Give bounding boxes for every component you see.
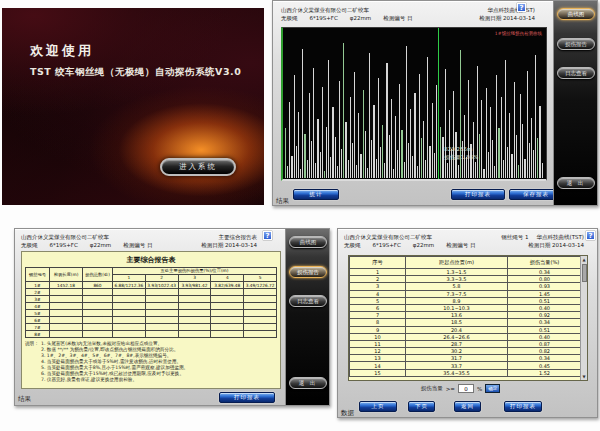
- col-damage-span: 五处主要损伤的损伤量(%)/位置(m): [113, 268, 277, 275]
- data-table-row: 818.50.34: [350, 319, 582, 326]
- chart-bar: [401, 130, 402, 179]
- chart-bar: [324, 171, 325, 178]
- next-page-button[interactable]: 下页: [408, 401, 435, 412]
- chart-bar: [520, 94, 521, 178]
- enter-system-button[interactable]: 进入系统: [160, 158, 236, 176]
- rope-type: 无极绳: [281, 14, 298, 22]
- data-table-row: 713.60.92: [350, 312, 582, 319]
- exit-button[interactable]: 退 出: [557, 177, 595, 189]
- sidebar-item-log-view[interactable]: 日志查看: [289, 295, 327, 307]
- scroll-down-icon[interactable]: ▼: [582, 373, 585, 380]
- chart-bar: [537, 138, 538, 178]
- report-window-header: 山西介休义棠煤业有限公司二矿绞车 主要综合报告表 无极绳 6*19S+FC φ2…: [21, 233, 257, 249]
- chart-bar: [458, 165, 459, 178]
- sidebar-item-curve[interactable]: 曲线图: [289, 236, 327, 248]
- table-scrollbar[interactable]: ▲ ▼: [580, 256, 587, 380]
- subcol-3: 3: [178, 275, 211, 282]
- chart-bar: [339, 81, 340, 178]
- chart-bar: [389, 135, 390, 178]
- chart-bar: [529, 143, 530, 178]
- chart-bar: [369, 53, 370, 178]
- chart-bar: [330, 157, 331, 178]
- chart-bar: [522, 124, 523, 178]
- chart-bar: [382, 125, 383, 178]
- splash-screen: 欢迎使用 TST 绞车钢丝绳（无极绳）自动探伤系统V3.0 进入系统: [2, 8, 264, 205]
- chart-bar: [358, 113, 359, 178]
- report-table-row: 7#: [26, 324, 277, 331]
- chart-bar: [311, 141, 312, 178]
- damage-data-area: 序号 距起点位置(m) 损伤当量(%) 11.3~1.50.3423.3~3.5…: [348, 255, 588, 381]
- sidebar-item-damage-report[interactable]: 损伤报告: [557, 38, 595, 50]
- chart-bar: [328, 60, 329, 178]
- data-window-header: 山西介休义棠煤业有限公司二矿绞车 钢丝绳号 1 华点科技曲线(TST) 无极绳 …: [344, 233, 584, 249]
- data-window: 山西介休义棠煤业有限公司二矿绞车 钢丝绳号 1 华点科技曲线(TST) 无极绳 …: [337, 228, 598, 418]
- prev-page-button[interactable]: 上页: [359, 401, 397, 412]
- chart-bar: [479, 134, 480, 178]
- report-table-row: 3#: [26, 296, 277, 303]
- chart-bar: [404, 162, 405, 178]
- chart-title-label: 1#钢丝绳损伤检测曲线: [495, 31, 542, 36]
- chart-bar: [300, 169, 301, 178]
- record-no: 检测编号 日: [123, 241, 152, 249]
- help-icon[interactable]: ?: [263, 231, 272, 240]
- data-table-row: 1433.70.45: [350, 362, 582, 369]
- chart-bar: [518, 165, 519, 178]
- print-report-button[interactable]: 打印报表: [219, 392, 275, 403]
- chart-bar: [341, 149, 342, 178]
- scrollbar-thumb[interactable]: [582, 264, 587, 282]
- report-table-row: 6#: [26, 317, 277, 324]
- chart-bar: [343, 43, 344, 178]
- cursor-value: 损伤量1.86%: [444, 154, 478, 162]
- damage-threshold-input[interactable]: [458, 384, 474, 393]
- subcol-1: 1: [113, 275, 146, 282]
- chart-bar: [535, 55, 536, 178]
- chart-bar: [380, 147, 381, 178]
- chart-bar: [539, 106, 540, 178]
- filter-apply-button[interactable]: 确定: [485, 384, 500, 393]
- chart-bar: [414, 93, 415, 178]
- data-table-row: 58.90.51: [350, 297, 582, 304]
- print-report-button[interactable]: 打印报表: [504, 401, 542, 412]
- chart-bar: [307, 160, 308, 178]
- print-report-button[interactable]: 打印报表: [451, 189, 505, 200]
- report-table: 钢丝绳号 检测长度(m) 损伤总数(处) 五处主要损伤的损伤量(%)/位置(m)…: [25, 267, 277, 338]
- chart-bar: [406, 46, 407, 178]
- chart-bar: [505, 60, 506, 178]
- chart-bar: [365, 131, 366, 178]
- report-sheet: 主要综合报告表 钢丝绳号 检测长度(m) 损伤总数(处) 五处主要损伤的损伤量(…: [21, 251, 281, 389]
- chart-cursor[interactable]: [438, 28, 439, 179]
- data-table-row: 47.3~7.51.45: [350, 290, 582, 297]
- back-button[interactable]: 返回: [454, 401, 481, 412]
- chart-bar: [417, 166, 418, 178]
- chart-bar: [332, 107, 333, 178]
- data-table-row: 35.80.93: [350, 283, 582, 290]
- chart-bar: [514, 82, 515, 178]
- chart-bar: [298, 112, 299, 178]
- record-no: 检测编号 日: [383, 14, 412, 22]
- report-table-row: 2#: [26, 289, 277, 296]
- chart-bar: [320, 152, 321, 178]
- chart-bar: [345, 122, 346, 178]
- chart-bar: [486, 88, 487, 178]
- chart-bar: [475, 162, 476, 178]
- data-table-row: 1128.70.87: [350, 340, 582, 347]
- exit-button[interactable]: 退 出: [289, 377, 327, 389]
- sidebar-item-curve[interactable]: 曲线图: [557, 8, 595, 20]
- help-icon[interactable]: ?: [517, 3, 526, 12]
- chart-bar: [410, 109, 411, 178]
- chart-bar: [494, 166, 495, 178]
- chart-bar: [542, 163, 543, 178]
- report-table-row: 4#: [26, 303, 277, 310]
- chart-bar: [354, 72, 355, 178]
- help-icon[interactable]: ?: [586, 231, 595, 240]
- scroll-up-icon[interactable]: ▲: [582, 256, 585, 263]
- chart-bar: [427, 57, 428, 178]
- stat-button[interactable]: 统计: [293, 189, 339, 200]
- sidebar-item-log-view[interactable]: 日志查看: [557, 67, 595, 79]
- rope-diameter: φ22mm: [90, 241, 111, 249]
- chart-bar: [436, 85, 437, 178]
- sidebar-item-damage-report[interactable]: 损伤报告: [289, 266, 327, 278]
- col-length: 检测长度(m): [50, 268, 83, 282]
- col-damage: 损伤当量(%): [508, 257, 582, 269]
- rope-type: 无极绳: [21, 241, 38, 249]
